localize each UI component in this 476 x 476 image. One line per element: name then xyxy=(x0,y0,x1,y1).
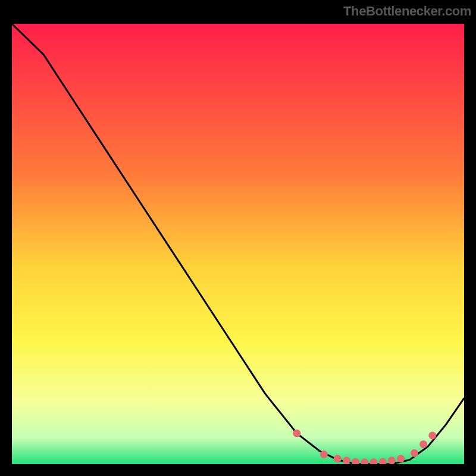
credit-text: TheBottlenecker.com xyxy=(343,4,471,19)
marker-dot xyxy=(388,457,396,464)
gradient-background xyxy=(12,24,464,464)
marker-dot xyxy=(343,457,350,464)
marker-dot xyxy=(397,455,405,463)
marker-dot xyxy=(419,440,427,448)
bottleneck-chart xyxy=(12,24,464,464)
marker-dot xyxy=(334,455,342,463)
chart-frame xyxy=(12,24,464,464)
marker-dot xyxy=(320,450,328,458)
marker-dot xyxy=(293,430,300,437)
marker-dot xyxy=(411,449,418,457)
marker-dot xyxy=(428,431,436,439)
